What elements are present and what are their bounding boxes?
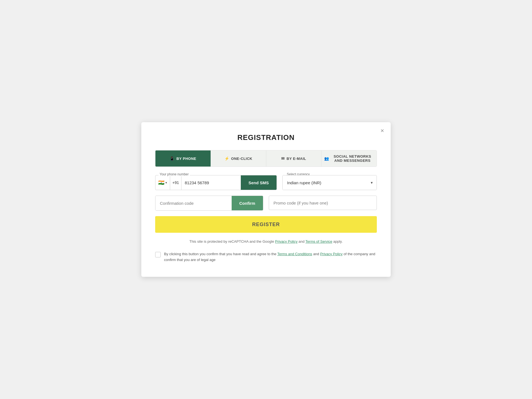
phone-currency-row: Your phone number 🇮🇳 ▾ +91 Send SMS Sele… bbox=[155, 175, 377, 190]
recaptcha-text: This site is protected by reCAPTCHA and … bbox=[155, 239, 377, 245]
currency-group: Select currency Indian rupee (INR) US Do… bbox=[282, 175, 377, 190]
tab-one-click-label: ONE-CLICK bbox=[231, 157, 252, 161]
country-chevron: ▾ bbox=[165, 181, 167, 185]
confirmation-input[interactable] bbox=[155, 196, 232, 210]
tab-by-email-label: BY E-MAIL bbox=[287, 157, 306, 161]
tab-one-click[interactable]: ⚡ ONE-CLICK bbox=[211, 150, 266, 167]
close-button[interactable]: × bbox=[380, 128, 384, 134]
confirmation-promo-row: Confirm bbox=[155, 196, 377, 211]
confirmation-group: Confirm bbox=[155, 196, 263, 211]
tab-by-phone-label: BY PHONE bbox=[177, 157, 196, 161]
confirmation-wrapper: Confirm bbox=[155, 196, 263, 211]
tab-social[interactable]: 👥 SOCIAL NETWORKS AND MESSENGERS bbox=[321, 150, 377, 167]
modal-title: REGISTRATION bbox=[155, 133, 377, 142]
country-selector[interactable]: 🇮🇳 ▾ bbox=[155, 175, 170, 190]
india-flag: 🇮🇳 bbox=[158, 180, 164, 186]
terms-text: By clicking this button you confirm that… bbox=[164, 251, 377, 263]
confirm-button[interactable]: Confirm bbox=[232, 196, 263, 210]
phone-icon: 📱 bbox=[170, 156, 175, 161]
promo-input[interactable] bbox=[269, 196, 377, 210]
currency-select[interactable]: Indian rupee (INR) US Dollar (USD) Euro … bbox=[283, 175, 377, 190]
privacy-policy-link-2[interactable]: Privacy Policy bbox=[320, 252, 342, 256]
terms-of-service-link[interactable]: Terms of Service bbox=[305, 239, 332, 244]
promo-group bbox=[269, 196, 377, 211]
currency-select-wrapper: Indian rupee (INR) US Dollar (USD) Euro … bbox=[282, 175, 377, 190]
register-button[interactable]: REGISTER bbox=[155, 216, 377, 233]
terms-checkbox[interactable] bbox=[155, 252, 161, 257]
registration-tabs: 📱 BY PHONE ⚡ ONE-CLICK ✉ BY E-MAIL 👥 SOC… bbox=[155, 150, 377, 167]
privacy-policy-link[interactable]: Privacy Policy bbox=[275, 239, 298, 244]
social-icon: 👥 bbox=[324, 156, 329, 161]
lightning-icon: ⚡ bbox=[224, 156, 229, 161]
country-code: +91 bbox=[170, 175, 181, 190]
tab-by-phone[interactable]: 📱 BY PHONE bbox=[155, 150, 211, 167]
phone-label: Your phone number bbox=[158, 172, 190, 176]
tab-by-email[interactable]: ✉ BY E-MAIL bbox=[266, 150, 322, 167]
phone-group: Your phone number 🇮🇳 ▾ +91 Send SMS bbox=[155, 175, 277, 190]
tab-social-label: SOCIAL NETWORKS AND MESSENGERS bbox=[331, 154, 374, 163]
email-icon: ✉ bbox=[281, 156, 285, 161]
phone-input-wrapper: 🇮🇳 ▾ +91 Send SMS bbox=[155, 175, 277, 190]
terms-conditions-link[interactable]: Terms and Conditions bbox=[277, 252, 312, 256]
registration-modal: × REGISTRATION 📱 BY PHONE ⚡ ONE-CLICK ✉ … bbox=[141, 122, 391, 277]
terms-row: By clicking this button you confirm that… bbox=[155, 251, 377, 263]
phone-number-input[interactable] bbox=[181, 175, 241, 190]
send-sms-button[interactable]: Send SMS bbox=[241, 175, 277, 190]
